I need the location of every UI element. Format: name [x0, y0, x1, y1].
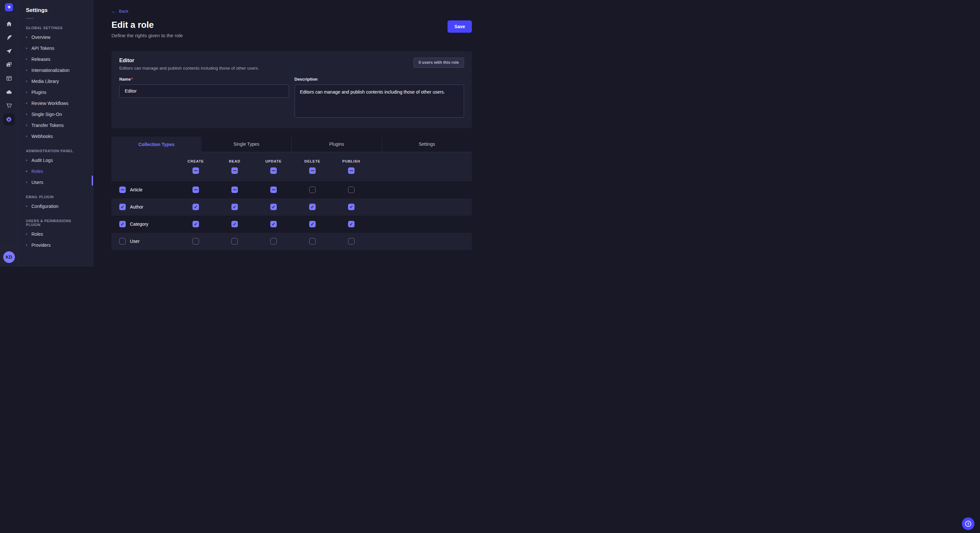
cart-icon[interactable] — [3, 100, 15, 111]
strapi-logo-icon — [6, 5, 12, 10]
sidebar-item-media-library[interactable]: Media Library — [18, 76, 93, 87]
sidebar-item-plugins[interactable]: Plugins — [18, 87, 93, 98]
checkbox-checked[interactable] — [348, 221, 355, 227]
column-label: CREATE — [188, 159, 204, 163]
checkbox-checked[interactable] — [309, 204, 316, 210]
checkbox-unchecked[interactable] — [270, 238, 277, 244]
subnav-scrollbar-thumb[interactable] — [92, 176, 93, 186]
sidebar-item-label: Internationalization — [32, 68, 70, 73]
sidebar-item-users[interactable]: Users — [18, 177, 93, 188]
layout-icon[interactable] — [3, 73, 15, 84]
cloud-icon[interactable] — [3, 86, 15, 97]
permission-cell — [293, 238, 332, 244]
avatar[interactable]: KD — [3, 251, 15, 263]
permission-cell — [332, 187, 371, 193]
feather-icon[interactable] — [3, 32, 15, 43]
table-row-user: User — [111, 233, 472, 250]
checkbox-checked[interactable] — [348, 204, 355, 210]
sidebar-item-webhooks[interactable]: Webhooks — [18, 131, 93, 142]
sidebar-item-review-workflows[interactable]: Review Workflows — [18, 98, 93, 109]
role-card-header-text: Editor Editors can manage and publish co… — [119, 58, 259, 71]
row-name-cell: Article — [111, 187, 176, 193]
tab-plugins[interactable]: Plugins — [291, 136, 382, 152]
permission-cell — [215, 238, 254, 244]
tab-collection-types[interactable]: Collection Types — [111, 136, 202, 152]
checkbox-indeterminate[interactable] — [270, 187, 277, 193]
sidebar-item-api-tokens[interactable]: API Tokens — [18, 43, 93, 54]
role-fields: Name* Description Editors can manage and… — [119, 77, 464, 119]
checkbox-checked[interactable] — [231, 221, 238, 227]
bullet-icon — [26, 233, 27, 235]
sidebar-item-providers[interactable]: Providers — [18, 240, 93, 251]
home-icon[interactable] — [3, 19, 15, 29]
page-header-text: Edit a role Define the rights given to t… — [111, 21, 183, 38]
checkbox-indeterminate[interactable] — [309, 167, 316, 174]
strapi-logo[interactable] — [5, 3, 13, 11]
sidebar-item-transfer-tokens[interactable]: Transfer Tokens — [18, 120, 93, 131]
checkbox-unchecked[interactable] — [348, 238, 355, 244]
media-icon[interactable] — [3, 59, 15, 70]
role-name-input[interactable] — [119, 84, 289, 98]
checkbox-unchecked[interactable] — [348, 187, 355, 193]
permissions-tabbar: Collection TypesSingle TypesPluginsSetti… — [111, 136, 472, 152]
checkbox-indeterminate[interactable] — [119, 187, 126, 193]
tab-single-types[interactable]: Single Types — [202, 136, 292, 152]
save-button[interactable]: Save — [447, 21, 472, 33]
checkbox-indeterminate[interactable] — [270, 167, 277, 174]
checkbox-indeterminate[interactable] — [192, 187, 199, 193]
sidebar-item-roles[interactable]: Roles — [18, 228, 93, 240]
tab-settings[interactable]: Settings — [382, 136, 472, 152]
bullet-icon — [26, 244, 27, 246]
checkbox-checked[interactable] — [192, 221, 199, 227]
checkbox-unchecked[interactable] — [309, 187, 316, 193]
checkbox-indeterminate[interactable] — [231, 167, 238, 174]
permission-cell — [254, 238, 293, 244]
checkbox-checked[interactable] — [270, 221, 277, 227]
table-row-article: Article — [111, 181, 472, 198]
checkbox-unchecked[interactable] — [119, 238, 126, 244]
row-name-cell: Author — [111, 204, 176, 210]
settings-subnav: Settings GLOBAL SETTINGSOverviewAPI Toke… — [18, 0, 93, 266]
column-label: DELETE — [304, 159, 320, 163]
checkbox-checked[interactable] — [119, 204, 126, 210]
checkbox-indeterminate[interactable] — [231, 187, 238, 193]
bullet-icon — [26, 114, 27, 115]
checkbox-indeterminate[interactable] — [348, 167, 355, 174]
bullet-icon — [26, 103, 27, 104]
checkbox-unchecked[interactable] — [309, 238, 316, 244]
checkbox-checked[interactable] — [231, 204, 238, 210]
bullet-icon — [26, 36, 27, 38]
back-link[interactable]: ← Back — [111, 9, 128, 14]
role-card-header: Editor Editors can manage and publish co… — [119, 58, 464, 71]
sidebar-item-label: Configuration — [32, 204, 58, 209]
bullet-icon — [26, 48, 27, 49]
section-label: ADMINISTRATION PANEL — [26, 149, 85, 153]
table-row-author: Author — [111, 198, 472, 216]
checkbox-checked[interactable] — [119, 221, 126, 227]
checkbox-indeterminate[interactable] — [192, 167, 199, 174]
sidebar-item-releases[interactable]: Releases — [18, 54, 93, 65]
description-label: Description — [294, 77, 465, 82]
checkbox-checked[interactable] — [309, 221, 316, 227]
checkbox-checked[interactable] — [192, 204, 199, 210]
permission-cell — [293, 221, 332, 227]
sidebar-item-label: Audit Logs — [32, 158, 53, 163]
sidebar-item-configuration[interactable]: Configuration — [18, 201, 93, 212]
bullet-icon — [26, 125, 27, 126]
table-row-category: Category — [111, 216, 472, 233]
checkbox-unchecked[interactable] — [231, 238, 238, 244]
gear-icon[interactable] — [3, 114, 15, 125]
column-label: UPDATE — [266, 159, 282, 163]
sidebar-item-audit-logs[interactable]: Audit Logs — [18, 155, 93, 166]
sidebar-item-single-sign-on[interactable]: Single Sign-On — [18, 109, 93, 120]
sidebar-item-internationalization[interactable]: Internationalization — [18, 65, 93, 76]
paper-plane-icon[interactable] — [3, 46, 15, 56]
role-description-input[interactable]: Editors can manage and publish contents … — [294, 84, 465, 117]
checkbox-checked[interactable] — [270, 204, 277, 210]
page-title: Edit a role — [111, 21, 183, 30]
subnav-divider — [26, 18, 34, 19]
sidebar-item-overview[interactable]: Overview — [18, 32, 93, 43]
checkbox-unchecked[interactable] — [192, 238, 199, 244]
sidebar-item-roles[interactable]: Roles — [18, 166, 93, 177]
sidebar-item-label: Transfer Tokens — [32, 123, 64, 128]
